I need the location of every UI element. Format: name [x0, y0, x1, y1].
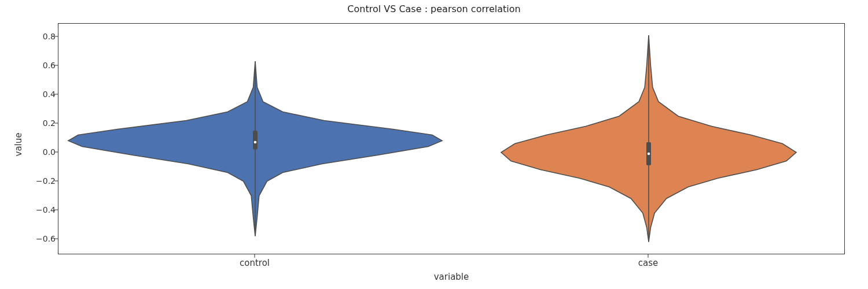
- figure: Control VS Case : pearson correlation va…: [0, 0, 868, 289]
- iqr-box-control: [253, 131, 258, 150]
- median-dot-case: [648, 153, 650, 155]
- y-tick-mark: [54, 123, 58, 123]
- plot-area: [58, 23, 845, 254]
- x-tick-label: control: [240, 258, 270, 268]
- y-tick-label: −0.4: [21, 205, 56, 214]
- y-tick-label: 0.0: [21, 147, 56, 157]
- x-tick-mark: [648, 254, 649, 258]
- x-tick-mark: [255, 254, 255, 258]
- y-tick-mark: [54, 94, 58, 94]
- y-tick-mark: [54, 209, 58, 210]
- x-axis-label: variable: [58, 272, 845, 282]
- y-tick-label: −0.2: [21, 176, 56, 186]
- y-tick-mark: [54, 238, 58, 239]
- violins-svg: [58, 24, 845, 255]
- median-dot-control: [254, 141, 257, 144]
- y-tick-label: 0.6: [21, 61, 56, 70]
- y-tick-label: 0.8: [21, 32, 56, 41]
- y-tick-label: 0.4: [21, 90, 56, 99]
- y-tick-label: −0.6: [21, 234, 56, 243]
- y-tick-mark: [54, 36, 58, 36]
- y-tick-label: 0.2: [21, 118, 56, 128]
- y-tick-mark: [54, 180, 58, 181]
- y-tick-mark: [54, 151, 58, 152]
- x-tick-label: case: [638, 258, 658, 268]
- y-tick-mark: [54, 65, 58, 65]
- chart-title: Control VS Case : pearson correlation: [0, 3, 868, 14]
- y-axis-label: value: [13, 0, 24, 289]
